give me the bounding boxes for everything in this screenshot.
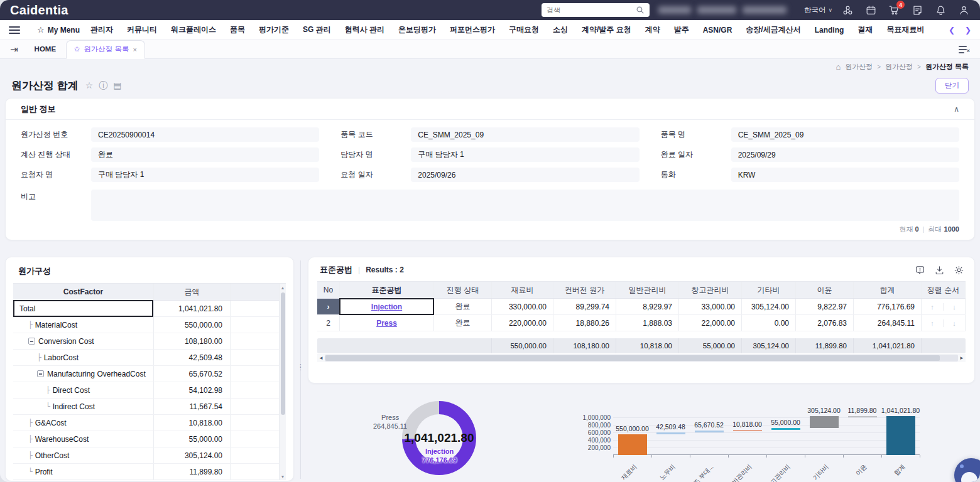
tree-cell-name[interactable]: ├WarehouseCost: [13, 431, 154, 447]
field-value[interactable]: 구매 담당자 1: [91, 168, 319, 182]
tree-cell-name[interactable]: └Profit: [13, 464, 154, 479]
tree-cell-name[interactable]: ├MaterialCost: [13, 317, 154, 333]
tree-cell-amount[interactable]: 42,509.48: [154, 350, 231, 365]
tree-cell-amount[interactable]: 550,000.00: [154, 317, 231, 333]
splitter-handle-icon[interactable]: ::: [298, 365, 303, 369]
breadcrumb-item[interactable]: 원가산정 목록: [925, 62, 969, 72]
tree-row[interactable]: └Indirect Cost11,567.54: [13, 399, 286, 415]
value-cell[interactable]: 776,176.69: [854, 299, 922, 314]
scroll-right-icon[interactable]: ►: [958, 355, 966, 361]
value-cell[interactable]: 1,888.03: [616, 315, 679, 331]
tree-row[interactable]: Manufacturing OverheadCost65,670.52: [13, 366, 286, 382]
panel-splitter[interactable]: ::: [294, 257, 308, 482]
menu-scroll-right-icon[interactable]: ❯: [965, 26, 971, 34]
memo-icon[interactable]: [911, 4, 923, 16]
field-value[interactable]: 구매 담당자 1: [411, 147, 639, 162]
menu-item[interactable]: Landing: [815, 26, 844, 35]
value-cell[interactable]: 2,076.83: [796, 315, 854, 331]
menu-item[interactable]: 구매요청: [509, 24, 539, 35]
vertical-scrollbar[interactable]: ▲ ▼: [279, 284, 286, 480]
tree-row[interactable]: ├OtherCost305,124.00: [13, 447, 286, 464]
tree-cell-name[interactable]: ├OtherCost: [13, 447, 154, 463]
close-all-tabs-icon[interactable]: ×: [959, 45, 970, 54]
search-input[interactable]: [547, 6, 632, 14]
notifications-bell-icon[interactable]: [934, 4, 947, 16]
hamburger-menu-icon[interactable]: [9, 26, 20, 34]
field-value[interactable]: CE_SMM_2025_09: [731, 127, 959, 142]
value-cell[interactable]: 264,845.11: [854, 315, 922, 331]
collapse-section-icon[interactable]: ∧: [954, 105, 959, 114]
language-selector[interactable]: 한국어 ∨: [804, 6, 832, 15]
horizontal-scrollbar[interactable]: ◄ ►: [317, 354, 966, 362]
menu-item[interactable]: 결재: [858, 24, 873, 35]
value-cell[interactable]: 22,000.00: [679, 315, 742, 331]
menu-item[interactable]: SG 관리: [303, 24, 331, 35]
menu-item[interactable]: 계약: [645, 24, 660, 35]
tab-cost-estimation-list[interactable]: ✩ 원가산정 목록 ×: [66, 40, 145, 59]
scroll-up-icon[interactable]: ▲: [281, 284, 285, 291]
tree-row[interactable]: ├LaborCost42,509.48: [13, 350, 286, 366]
value-cell[interactable]: 33,000.00: [679, 299, 742, 314]
table-row[interactable]: ›Injection완료330,000.0089,299.748,929.973…: [317, 299, 966, 315]
sort-down-icon[interactable]: ↓: [943, 303, 965, 311]
grid-tooltip-icon[interactable]: [915, 265, 925, 276]
menu-item[interactable]: 발주: [674, 24, 689, 35]
value-cell[interactable]: 0.00: [742, 315, 796, 331]
home-icon[interactable]: ⌂: [836, 62, 841, 72]
collapse-node-icon[interactable]: [28, 338, 35, 345]
print-icon[interactable]: ▤: [113, 81, 121, 90]
global-search[interactable]: [542, 3, 650, 17]
tree-cell-amount[interactable]: 10,818.00: [154, 415, 231, 431]
value-cell[interactable]: 9,822.97: [796, 299, 854, 314]
tree-cell-name[interactable]: ├G&ACost: [13, 415, 154, 431]
menu-item[interactable]: 송장/세금계산서: [746, 24, 800, 35]
tree-cell-amount[interactable]: 11,567.54: [154, 399, 231, 414]
settings-gear-icon[interactable]: [954, 265, 964, 276]
scroll-left-icon[interactable]: ◄: [317, 355, 325, 361]
value-cell[interactable]: 18,880.26: [553, 315, 616, 331]
process-link[interactable]: Injection: [340, 299, 434, 314]
hscrollbar-thumb[interactable]: [325, 355, 940, 361]
tree-cell-amount[interactable]: 108,180.00: [154, 333, 231, 349]
calendar-icon[interactable]: [864, 4, 877, 16]
tree-cell-amount[interactable]: 305,124.00: [154, 447, 231, 463]
menu-item[interactable]: 관리자: [90, 24, 113, 35]
tab-home[interactable]: HOME: [24, 45, 67, 58]
value-cell[interactable]: 220,000.00: [492, 315, 553, 331]
value-cell[interactable]: 305,124.00: [742, 299, 796, 314]
tree-row[interactable]: Total1,041,021.80: [13, 301, 286, 317]
tree-cell-name[interactable]: Manufacturing OverheadCost: [13, 366, 154, 382]
breadcrumb-item[interactable]: 원가산정: [845, 62, 873, 72]
tree-cell-name[interactable]: Total: [13, 301, 154, 316]
tab-close-icon[interactable]: ×: [133, 46, 137, 53]
tree-cell-amount[interactable]: 55,000.00: [154, 431, 231, 447]
cart-icon[interactable]: 4: [888, 4, 900, 16]
value-cell[interactable]: 8,929.97: [616, 299, 679, 314]
value-cell[interactable]: 330,000.00: [492, 299, 553, 314]
tree-cell-name[interactable]: Conversion Cost: [13, 333, 154, 349]
scrollbar-thumb[interactable]: [281, 292, 285, 415]
menu-item[interactable]: 소싱: [553, 24, 568, 35]
menu-item-my-menu[interactable]: ☆ My Menu: [33, 25, 84, 35]
tree-row[interactable]: ├WarehouseCost55,000.00: [13, 431, 286, 447]
menu-scroll-left-icon[interactable]: ❮: [949, 26, 955, 34]
tree-row[interactable]: └Profit11,899.80: [13, 464, 286, 480]
status-cell[interactable]: 완료: [434, 299, 492, 314]
row-number-cell[interactable]: 2: [317, 315, 340, 331]
breadcrumb-item[interactable]: 원가산정: [885, 62, 913, 72]
menu-item[interactable]: 계약/발주 요청: [582, 24, 631, 35]
collapse-tabs-icon[interactable]: ⇥: [10, 44, 18, 55]
menu-item[interactable]: 평가기준: [259, 24, 289, 35]
menu-item[interactable]: 퍼포먼스평가: [450, 24, 495, 35]
tree-row[interactable]: ├MaterialCost550,000.00: [13, 317, 286, 333]
menu-item[interactable]: 협력사 관리: [345, 24, 384, 35]
tree-row[interactable]: ├G&ACost10,818.00: [13, 415, 286, 431]
process-link[interactable]: Press: [340, 315, 434, 331]
value-cell[interactable]: 89,299.74: [553, 299, 616, 314]
menu-item[interactable]: 품목: [230, 24, 245, 35]
download-icon[interactable]: [934, 265, 945, 276]
sort-down-icon[interactable]: ↓: [943, 319, 965, 327]
menu-item[interactable]: 워크플레이스: [171, 24, 216, 35]
collapse-node-icon[interactable]: [37, 370, 44, 377]
menu-item[interactable]: 온보딩평가: [398, 24, 436, 35]
